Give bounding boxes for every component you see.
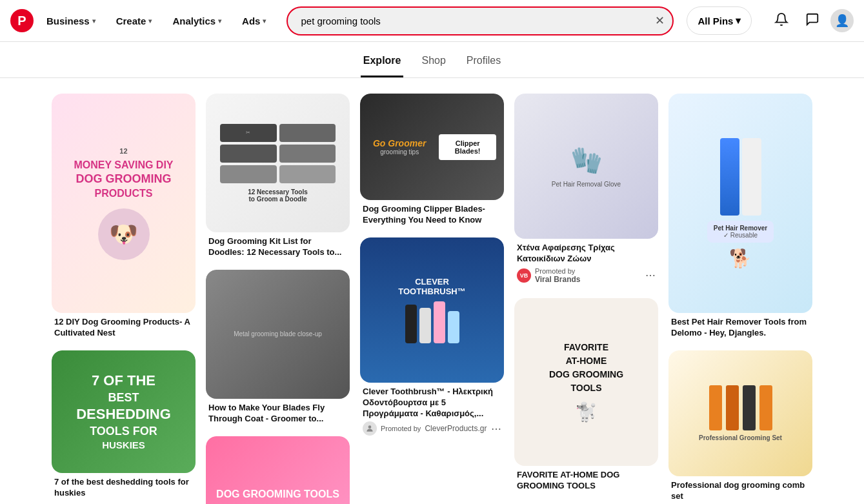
pin-image: FAVORITEAT-HOMEDOG GROOMINGTOOLS 🐩 bbox=[514, 298, 658, 466]
bell-icon bbox=[774, 12, 789, 30]
pin-author-avatar: VB bbox=[517, 268, 531, 283]
messages-button[interactable] bbox=[799, 8, 825, 34]
pin-title: 12 DIY Dog Grooming Products- A Cultivat… bbox=[52, 313, 196, 340]
promoted-label: Promoted by bbox=[535, 267, 580, 275]
pin-image: DOG GROOMING TOOLS bbox=[206, 436, 350, 504]
nav-ads[interactable]: Ads ▾ bbox=[234, 10, 274, 32]
tab-shop[interactable]: Shop bbox=[419, 50, 448, 77]
pin-title: 7 of the best deshedding tools for huski… bbox=[52, 473, 196, 500]
svg-point-0 bbox=[368, 426, 372, 429]
pin-image: Professional Grooming Set bbox=[668, 350, 812, 476]
nav-business[interactable]: Business ▾ bbox=[39, 10, 103, 32]
pin-title: Clever Toothbrush™ - Ηλεκτρική Οδοντόβου… bbox=[360, 383, 504, 421]
pinterest-logo[interactable]: P bbox=[10, 9, 34, 32]
nav-ads-label: Ads bbox=[242, 15, 260, 26]
more-options-icon[interactable]: ⋯ bbox=[491, 423, 501, 435]
pin-grid: 12 Money Saving DIY Dog Grooming Product… bbox=[0, 78, 864, 504]
pin-image: ✂ 12 Necessary Toolsto Groom a Doodle bbox=[206, 94, 350, 232]
search-bar: ✕ bbox=[286, 6, 674, 35]
pin-title: FAVORITE AT-HOME DOG GROOMING TOOLS bbox=[514, 466, 658, 493]
tab-explore[interactable]: Explore bbox=[361, 50, 404, 77]
pin-card[interactable]: Go Groomer grooming tips Clipper Blades!… bbox=[360, 94, 504, 227]
pin-image: 7 OF THE BEST DESHEDDING TOOLS FOR HUSKI… bbox=[52, 350, 196, 473]
author-name: CleverProducts.gr bbox=[425, 424, 487, 433]
more-options-icon[interactable]: ⋯ bbox=[645, 269, 656, 281]
pin-title: Χτένα Αφαίρεσης Τρίχας Κατοικίδιων Ζώων bbox=[514, 239, 658, 266]
pin-card[interactable]: CLEVERTOOTHBRUSH™ Clever Toothbrush™ - Η… bbox=[360, 237, 504, 440]
pin-image: Metal grooming blade close-up bbox=[206, 270, 350, 399]
nav-ads-chevron: ▾ bbox=[263, 17, 266, 25]
notifications-button[interactable] bbox=[769, 8, 794, 34]
pin-image: Go Groomer grooming tips Clipper Blades! bbox=[360, 94, 504, 200]
pin-card[interactable]: Professional Grooming Set Professional d… bbox=[668, 350, 812, 503]
search-tabs: Explore Shop Profiles bbox=[0, 42, 864, 78]
pin-card[interactable]: 7 OF THE BEST DESHEDDING TOOLS FOR HUSKI… bbox=[52, 350, 196, 500]
promoted-label: Promoted by bbox=[381, 425, 421, 432]
nav-create-label: Create bbox=[116, 15, 146, 26]
pin-meta: Promoted by CleverProducts.gr ⋯ bbox=[360, 420, 504, 439]
header-icons: 👤 bbox=[769, 8, 854, 34]
nav-business-chevron: ▾ bbox=[92, 17, 95, 25]
pin-title: Best Pet Hair Remover Tools from Delomo … bbox=[668, 313, 812, 340]
nav-business-label: Business bbox=[46, 15, 90, 26]
pin-card[interactable]: ✂ 12 Necessary Toolsto Groom a Doodle Do… bbox=[206, 94, 350, 259]
nav-analytics-chevron: ▾ bbox=[218, 17, 221, 25]
logo-letter: P bbox=[17, 14, 26, 28]
search-input[interactable] bbox=[286, 6, 674, 35]
pin-card[interactable]: Pet Hair Remover ✓ Reusable 🐕 Best Pet H… bbox=[668, 94, 812, 340]
pin-card[interactable]: DOG GROOMING TOOLS Dog grooming tools co… bbox=[206, 436, 350, 504]
pin-card[interactable]: Metal grooming blade close-up How to Mak… bbox=[206, 270, 350, 426]
pin-image: CLEVERTOOTHBRUSH™ bbox=[360, 237, 504, 383]
all-pins-label: All Pins bbox=[698, 15, 733, 26]
pin-card[interactable]: 🧤 Pet Hair Removal Glove Χτένα Αφαίρεσης… bbox=[514, 94, 658, 288]
pin-image: 12 Money Saving DIY Dog Grooming Product… bbox=[52, 94, 196, 313]
header: P Business ▾ Create ▾ Analytics ▾ Ads ▾ … bbox=[0, 0, 864, 42]
avatar-icon: 👤 bbox=[835, 14, 849, 28]
pin-image: Pet Hair Remover ✓ Reusable 🐕 bbox=[668, 94, 812, 313]
pin-title: Professional dog grooming comb set bbox=[668, 476, 812, 503]
pin-image: 🧤 Pet Hair Removal Glove bbox=[514, 94, 658, 239]
nav-analytics-label: Analytics bbox=[172, 15, 216, 26]
all-pins-chevron: ▾ bbox=[736, 15, 741, 26]
pin-author-avatar bbox=[363, 421, 377, 436]
pin-card[interactable]: 12 Money Saving DIY Dog Grooming Product… bbox=[52, 94, 196, 340]
pin-card[interactable]: FAVORITEAT-HOMEDOG GROOMINGTOOLS 🐩 FAVOR… bbox=[514, 298, 658, 493]
nav-analytics[interactable]: Analytics ▾ bbox=[165, 10, 229, 32]
user-avatar[interactable]: 👤 bbox=[830, 9, 854, 32]
search-clear-icon[interactable]: ✕ bbox=[655, 14, 665, 28]
pin-title: How to Make Your Blades Fly Through Coat… bbox=[206, 399, 350, 426]
tab-profiles[interactable]: Profiles bbox=[464, 50, 503, 77]
pin-title: Dog Grooming Kit List for Doodles: 12 Ne… bbox=[206, 232, 350, 259]
nav-create-chevron: ▾ bbox=[148, 17, 152, 25]
all-pins-button[interactable]: All Pins ▾ bbox=[687, 6, 752, 35]
pin-meta: VB Promoted by Viral Brands ⋯ bbox=[514, 266, 658, 288]
nav-create[interactable]: Create ▾ bbox=[108, 10, 160, 32]
pin-title: Dog Grooming Clipper Blades- Everything … bbox=[360, 200, 504, 227]
chat-icon bbox=[805, 12, 819, 30]
author-name: Viral Brands bbox=[535, 275, 580, 284]
